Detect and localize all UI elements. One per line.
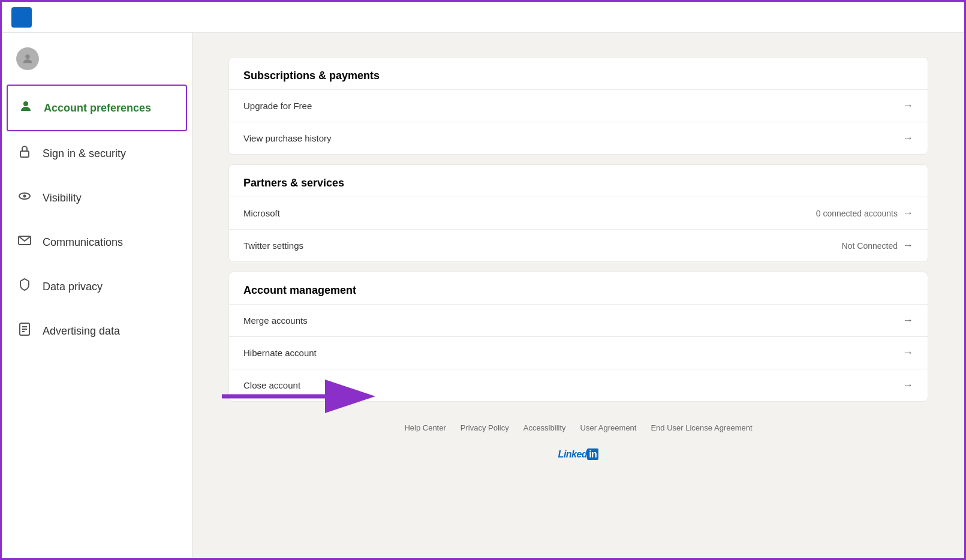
- footer-link[interactable]: Help Center: [404, 423, 446, 432]
- item-right-view-purchase-history: →: [902, 132, 913, 144]
- item-microsoft[interactable]: Microsoft0 connected accounts→: [229, 197, 928, 229]
- topbar: [2, 2, 964, 33]
- lock-icon: [16, 144, 33, 162]
- sidebar-item-label: Sign in & security: [43, 147, 126, 160]
- sidebar: Account preferencesSign in & securityVis…: [2, 33, 192, 558]
- svg-point-0: [25, 55, 29, 59]
- chevron-right-icon: →: [902, 239, 913, 252]
- item-right-twitter-settings: Not Connected→: [842, 239, 913, 252]
- sidebar-item-label: Account preferences: [44, 102, 151, 115]
- section-subscriptions-payments: Subscriptions & paymentsUpgrade for Free…: [228, 57, 928, 155]
- footer: Help CenterPrivacy PolicyAccessibilityUs…: [228, 411, 928, 472]
- chevron-right-icon: →: [902, 379, 913, 392]
- item-label-twitter-settings: Twitter settings: [243, 240, 303, 251]
- section-title-subscriptions-payments: Subscriptions & payments: [229, 58, 928, 89]
- section-account-management: Account managementMerge accounts→Hiberna…: [228, 272, 928, 402]
- item-right-text: Not Connected: [842, 241, 898, 251]
- sidebar-item-communications[interactable]: Communications: [2, 220, 192, 264]
- sidebar-item-label: Advertising data: [43, 325, 120, 338]
- sidebar-item-visibility[interactable]: Visibility: [2, 176, 192, 220]
- section-title-account-management: Account management: [229, 272, 928, 304]
- item-right-upgrade-free: →: [902, 100, 913, 112]
- chevron-right-icon: →: [902, 347, 913, 359]
- main-layout: Account preferencesSign in & securityVis…: [2, 33, 964, 558]
- sidebar-item-account-preferences[interactable]: Account preferences: [7, 85, 187, 131]
- settings-header: [2, 47, 192, 85]
- sidebar-item-sign-in-security[interactable]: Sign in & security: [2, 131, 192, 176]
- section-title-partners-services: Partners & services: [229, 165, 928, 197]
- item-right-hibernate-account: →: [902, 347, 913, 359]
- svg-point-4: [23, 195, 26, 198]
- footer-link[interactable]: User Agreement: [580, 423, 637, 432]
- item-right-close-account: →: [902, 379, 913, 392]
- sidebar-item-label: Communications: [43, 236, 123, 249]
- footer-link[interactable]: Privacy Policy: [461, 423, 509, 432]
- sections-container: Subscriptions & paymentsUpgrade for Free…: [228, 57, 928, 402]
- chevron-right-icon: →: [902, 132, 913, 144]
- item-right-merge-accounts: →: [902, 314, 913, 327]
- svg-point-1: [23, 101, 28, 106]
- sidebar-item-data-privacy[interactable]: Data privacy: [2, 264, 192, 309]
- item-twitter-settings[interactable]: Twitter settingsNot Connected→: [229, 229, 928, 261]
- eye-icon: [16, 189, 33, 207]
- linkedin-logo[interactable]: [11, 7, 32, 28]
- item-merge-accounts[interactable]: Merge accounts→: [229, 304, 928, 336]
- footer-link[interactable]: End User License Agreement: [651, 423, 752, 432]
- svg-rect-2: [20, 151, 29, 157]
- sidebar-item-advertising-data[interactable]: Advertising data: [2, 309, 192, 353]
- sidebar-item-label: Visibility: [43, 192, 82, 204]
- avatar: [16, 47, 39, 70]
- person-icon: [17, 99, 34, 117]
- item-close-account[interactable]: Close account→: [229, 369, 928, 401]
- section-partners-services: Partners & servicesMicrosoft0 connected …: [228, 164, 928, 262]
- item-hibernate-account[interactable]: Hibernate account→: [229, 336, 928, 369]
- chevron-right-icon: →: [902, 314, 913, 327]
- shield-icon: [16, 278, 33, 296]
- chevron-right-icon: →: [902, 100, 913, 112]
- item-label-close-account: Close account: [243, 380, 300, 390]
- content-area: Subscriptions & paymentsUpgrade for Free…: [192, 33, 964, 558]
- sidebar-nav: Account preferencesSign in & securityVis…: [2, 85, 192, 353]
- footer-linkedin-logo: Linkedin: [558, 449, 599, 460]
- item-label-upgrade-free: Upgrade for Free: [243, 101, 312, 111]
- receipt-icon: [16, 322, 33, 340]
- chevron-right-icon: →: [902, 207, 913, 219]
- item-right-text: 0 connected accounts: [816, 209, 898, 218]
- sidebar-item-label: Data privacy: [43, 281, 103, 293]
- item-upgrade-free[interactable]: Upgrade for Free→: [229, 89, 928, 122]
- footer-link[interactable]: Accessibility: [523, 423, 566, 432]
- item-label-hibernate-account: Hibernate account: [243, 348, 317, 358]
- item-right-microsoft: 0 connected accounts→: [816, 207, 913, 219]
- item-label-view-purchase-history: View purchase history: [243, 133, 331, 143]
- item-label-merge-accounts: Merge accounts: [243, 315, 308, 326]
- item-label-microsoft: Microsoft: [243, 208, 280, 218]
- mail-icon: [16, 233, 33, 251]
- item-view-purchase-history[interactable]: View purchase history→: [229, 122, 928, 154]
